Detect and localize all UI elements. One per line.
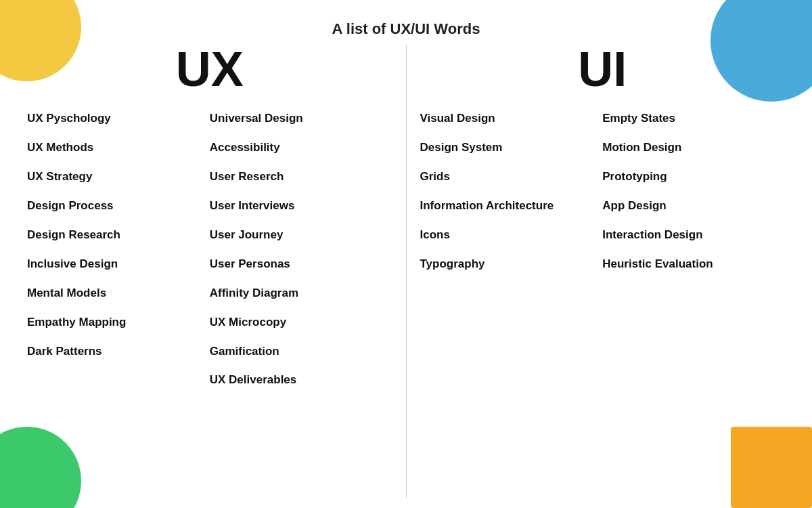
ui-word: Visual Design: [420, 107, 603, 131]
ui-word: Empty States: [602, 107, 785, 131]
ux-word: Dark Patterns: [27, 340, 210, 364]
ux-word: UX Deliverables: [210, 368, 392, 392]
ui-col-2: Empty StatesMotion DesignPrototypingApp …: [602, 107, 785, 276]
ui-word: Information Architecture: [420, 194, 603, 218]
ux-word: User Interviews: [210, 194, 392, 218]
ui-word: Typography: [420, 253, 603, 276]
ui-word: Heuristic Evaluation: [602, 253, 785, 276]
ui-word: Icons: [420, 224, 603, 247]
ux-word: UX Strategy: [27, 165, 210, 189]
ui-columns: Visual DesignDesign SystemGridsInformati…: [420, 107, 786, 276]
corner-decoration-orange: [731, 427, 812, 508]
ux-section: UX UX PyschologyUX MethodsUX StrategyDes…: [14, 45, 407, 499]
ux-col-2: Universal DesignAccessibilityUser Reserc…: [210, 107, 392, 392]
main-container: UX UX PyschologyUX MethodsUX StrategyDes…: [0, 45, 812, 499]
ux-word: User Personas: [210, 253, 392, 276]
ui-word: App Design: [602, 194, 785, 218]
ui-col-1: Visual DesignDesign SystemGridsInformati…: [420, 107, 603, 276]
ux-word: Affinity Diagram: [210, 282, 392, 305]
ux-word: Empathy Mapping: [27, 311, 210, 335]
ux-columns: UX PyschologyUX MethodsUX StrategyDesign…: [27, 107, 392, 392]
ux-col-1: UX PyschologyUX MethodsUX StrategyDesign…: [27, 107, 210, 392]
ux-word: UX Methods: [27, 136, 210, 160]
ui-word: Motion Design: [602, 136, 785, 160]
page-title: A list of UX/UI Words: [0, 0, 812, 38]
ux-word: Inclusive Design: [27, 253, 210, 276]
ui-word: Interaction Design: [602, 224, 785, 247]
ux-word: UX Pyschology: [27, 107, 210, 131]
ux-word: Design Research: [27, 224, 210, 247]
ux-word: Mental Models: [27, 282, 210, 305]
ux-word: Design Process: [27, 194, 210, 218]
ui-word: Grids: [420, 165, 603, 189]
ui-word: Prototyping: [602, 165, 785, 189]
ux-word: User Reserch: [210, 165, 392, 189]
ui-word: Design System: [420, 136, 603, 160]
ux-word: Universal Design: [210, 107, 392, 131]
ux-word: UX Microcopy: [210, 311, 392, 335]
ux-word: Gamification: [210, 340, 392, 364]
ux-word: Accessibility: [210, 136, 392, 160]
ux-heading: UX: [27, 45, 392, 93]
ux-word: User Journey: [210, 224, 392, 247]
